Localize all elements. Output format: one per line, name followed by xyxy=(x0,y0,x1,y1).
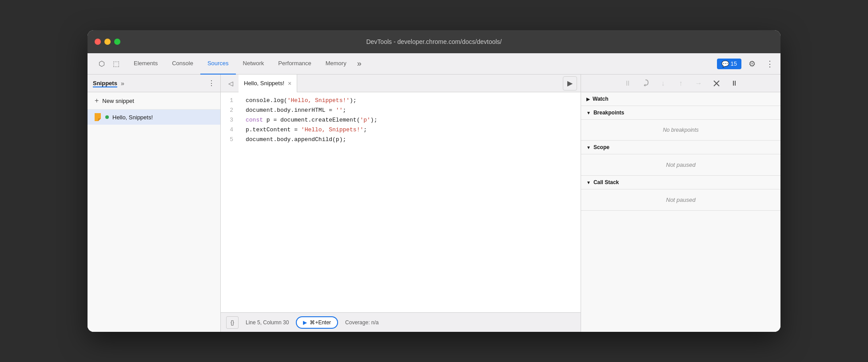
run-shortcut-label: ⌘+Enter xyxy=(310,319,331,326)
line-num-2: 2 xyxy=(226,106,233,115)
step-button[interactable]: → xyxy=(693,77,705,90)
svg-marker-1 xyxy=(98,118,101,121)
call-stack-label: Call Stack xyxy=(593,179,619,185)
new-snippet-button[interactable]: + New snippet xyxy=(88,92,220,110)
sidebar-menu-icon[interactable]: ⋮ xyxy=(208,79,215,87)
deactivate-breakpoints-button[interactable] xyxy=(710,77,723,90)
step-out-button[interactable]: ↑ xyxy=(675,77,687,90)
code-line-1: console.log('Hello, Snippets!'); xyxy=(246,96,573,106)
code-area[interactable]: 1 2 3 4 5 console.log('Hello, Snippets!'… xyxy=(221,92,581,312)
sidebar-title: Snippets xyxy=(93,80,117,87)
tab-elements[interactable]: Elements xyxy=(127,53,165,75)
scope-arrow-icon: ▼ xyxy=(586,145,591,150)
watch-section-header[interactable]: ▶ Watch xyxy=(581,92,780,106)
plus-icon: + xyxy=(95,97,99,105)
messages-badge[interactable]: 💬 15 xyxy=(717,59,741,69)
watch-label: Watch xyxy=(593,96,609,102)
scope-content: Not paused xyxy=(581,154,780,176)
editor-tab-hello-snippets[interactable]: Hello, Snippets! × xyxy=(239,75,297,92)
call-stack-arrow-icon: ▼ xyxy=(586,180,591,185)
snippet-file-icon xyxy=(95,113,102,121)
chat-icon: 💬 xyxy=(721,60,729,67)
settings-button[interactable]: ⚙ xyxy=(745,57,759,71)
editor-tabbar: ◁ Hello, Snippets! × ▶ xyxy=(221,75,581,92)
scope-section-header[interactable]: ▼ Scope xyxy=(581,141,780,154)
right-panel: ⏸ ↓ ↑ → ⏸ xyxy=(581,75,780,332)
step-over-button[interactable] xyxy=(639,77,652,90)
run-snippet-button[interactable]: ▶ xyxy=(563,76,577,90)
step-into-button[interactable]: ↓ xyxy=(657,77,669,90)
svg-rect-2 xyxy=(644,85,645,86)
scope-label: Scope xyxy=(593,144,609,150)
tab-network[interactable]: Network xyxy=(236,53,271,75)
debugger-toolbar: ⏸ ↓ ↑ → ⏸ xyxy=(581,75,780,92)
tab-performance[interactable]: Performance xyxy=(271,53,318,75)
breakpoints-arrow-icon: ▼ xyxy=(586,110,591,115)
snippet-item[interactable]: Hello, Snippets! xyxy=(88,110,220,125)
code-line-5: document.body.appendChild(p); xyxy=(246,135,573,145)
window-controls xyxy=(95,39,120,45)
inspect-icon[interactable]: ⬡ xyxy=(96,58,108,70)
devtools-window: DevTools - developer.chrome.com/docs/dev… xyxy=(88,30,780,332)
call-stack-section-header[interactable]: ▼ Call Stack xyxy=(581,176,780,189)
svg-marker-0 xyxy=(95,113,101,121)
device-icon[interactable]: ⬚ xyxy=(110,58,122,70)
code-line-2: document.body.innerHTML = ''; xyxy=(246,106,573,115)
pause-button[interactable]: ⏸ xyxy=(621,77,634,90)
snippet-active-dot xyxy=(105,115,109,119)
code-line-4: p.textContent = 'Hello, Snippets!'; xyxy=(246,125,573,135)
cursor-position: Line 5, Column 30 xyxy=(246,319,289,326)
tabbar-right: 💬 15 ⚙ ⋮ xyxy=(717,57,777,71)
main-content: Snippets » ⋮ + New snippet Hello, Snippe… xyxy=(88,75,780,332)
format-button[interactable]: {} xyxy=(226,316,239,329)
more-options-icon[interactable]: ⋮ xyxy=(763,57,777,71)
breakpoints-section-header[interactable]: ▼ Breakpoints xyxy=(581,106,780,120)
coverage-status: Coverage: n/a xyxy=(345,319,378,326)
watch-arrow-icon: ▶ xyxy=(586,97,590,102)
sidebar-header: Snippets » ⋮ xyxy=(88,75,220,92)
breakpoints-content: No breakpoints xyxy=(581,120,780,141)
run-shortcut-button[interactable]: ▶ ⌘+Enter xyxy=(296,316,338,329)
sidebar: Snippets » ⋮ + New snippet Hello, Snippe… xyxy=(88,75,221,332)
window-title: DevTools - developer.chrome.com/docs/dev… xyxy=(366,38,502,45)
titlebar: DevTools - developer.chrome.com/docs/dev… xyxy=(88,30,780,53)
tabbar-left-icons: ⬡ ⬚ xyxy=(91,58,127,70)
editor-area: ◁ Hello, Snippets! × ▶ 1 2 3 4 5 xyxy=(221,75,581,332)
code-line-3: const p = document.createElement('p'); xyxy=(246,115,573,125)
snippet-name: Hello, Snippets! xyxy=(112,114,153,121)
sidebar-more-icon[interactable]: » xyxy=(121,80,124,87)
play-icon: ▶ xyxy=(303,319,307,326)
maximize-button[interactable] xyxy=(114,39,120,45)
collapse-icon[interactable]: ◁ xyxy=(224,77,237,90)
line-num-5: 5 xyxy=(226,135,233,145)
call-stack-content: Not paused xyxy=(581,189,780,211)
breakpoints-label: Breakpoints xyxy=(593,110,624,116)
status-bar: {} Line 5, Column 30 ▶ ⌘+Enter Coverage:… xyxy=(221,312,581,332)
tab-console[interactable]: Console xyxy=(165,53,200,75)
main-tabbar: ⬡ ⬚ Elements Console Sources Network Per… xyxy=(88,53,780,75)
code-content[interactable]: console.log('Hello, Snippets!'); documen… xyxy=(239,96,581,309)
more-tabs-icon[interactable]: » xyxy=(354,59,365,68)
messages-count: 15 xyxy=(731,60,737,67)
line-numbers: 1 2 3 4 5 xyxy=(221,96,239,309)
tab-sources[interactable]: Sources xyxy=(200,53,236,75)
line-num-3: 3 xyxy=(226,115,233,125)
tab-memory[interactable]: Memory xyxy=(319,53,354,75)
close-button[interactable] xyxy=(95,39,101,45)
minimize-button[interactable] xyxy=(104,39,111,45)
editor-tab-label: Hello, Snippets! xyxy=(244,80,284,87)
line-num-4: 4 xyxy=(226,125,233,135)
line-num-1: 1 xyxy=(226,96,233,106)
editor-tab-close-icon[interactable]: × xyxy=(288,80,291,87)
pause-on-exceptions-button[interactable]: ⏸ xyxy=(728,77,741,90)
new-snippet-label: New snippet xyxy=(102,98,134,104)
